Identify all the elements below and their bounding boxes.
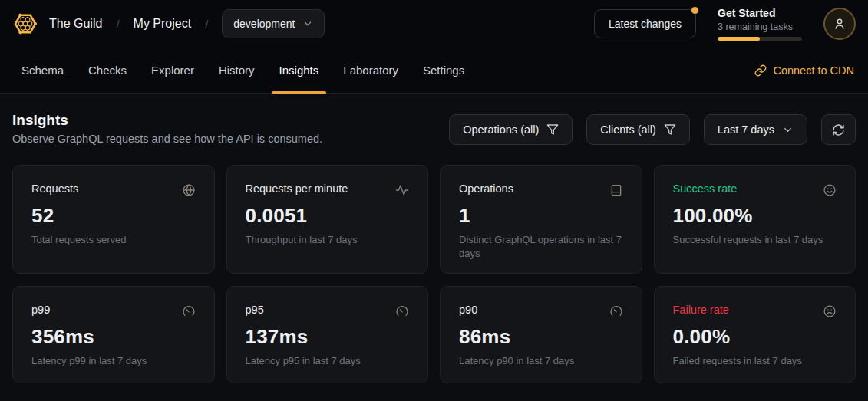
stat-card: p90 86ms Latency p90 in last 7 days: [440, 286, 642, 383]
tab-history[interactable]: History: [211, 48, 262, 93]
book-icon: [609, 183, 623, 197]
stat-card-value: 86ms: [459, 325, 623, 349]
filters-toolbar: Operations (all) Clients (all) Last 7 da…: [449, 112, 856, 145]
stat-card-description: Latency p90 in last 7 days: [459, 354, 623, 368]
gauge-icon: [609, 304, 623, 318]
get-started-widget[interactable]: Get Started 3 remaining tasks: [718, 7, 802, 41]
stat-card-value: 0.00%: [673, 325, 837, 349]
tab-schema[interactable]: Schema: [14, 48, 71, 93]
clients-filter-button[interactable]: Clients (all): [586, 114, 690, 145]
stat-card: Operations 1 Distinct GraphQL operations…: [440, 165, 642, 274]
period-filter-value: Last 7 days: [718, 123, 774, 136]
funnel-icon: [546, 123, 559, 136]
stat-card-title: Failure rate: [673, 304, 729, 316]
stat-card-title: p90: [459, 304, 477, 316]
target-selector-dropdown[interactable]: development: [222, 9, 325, 38]
stat-card-title: Operations: [459, 182, 513, 195]
stat-card-description: Successful requests in last 7 days: [673, 233, 837, 247]
latest-changes-button[interactable]: Latest changes: [594, 9, 696, 38]
notification-dot: [691, 7, 698, 14]
gauge-icon: [395, 304, 409, 318]
breadcrumb-separator: /: [202, 18, 211, 31]
main-nav: SchemaChecksExplorerHistoryInsightsLabor…: [0, 48, 868, 94]
link-icon: [754, 64, 767, 77]
stats-grid: Requests 52 Total requests served Reques…: [12, 165, 856, 383]
stat-card-title: Success rate: [673, 182, 738, 195]
insights-page: Insights Observe GraphQL requests and se…: [0, 94, 868, 383]
gauge-icon: [182, 304, 196, 318]
frown-icon: [823, 304, 837, 318]
tab-insights[interactable]: Insights: [272, 48, 327, 93]
breadcrumb-separator: /: [113, 18, 122, 31]
top-header: The Guild / My Project / development Lat…: [0, 0, 868, 48]
tab-checks[interactable]: Checks: [81, 48, 134, 93]
stat-card-value: 100.00%: [673, 204, 837, 228]
connect-to-cdn-label: Connect to CDN: [773, 64, 854, 77]
section-heading: Insights Observe GraphQL requests and se…: [12, 112, 322, 145]
breadcrumb-project[interactable]: My Project: [134, 17, 192, 31]
operations-filter-label: Operations (all): [463, 123, 539, 136]
breadcrumb-org[interactable]: The Guild: [49, 17, 102, 31]
stat-card: Success rate 100.00% Successful requests…: [654, 165, 856, 274]
stat-card-description: Latency p95 in last 7 days: [246, 354, 410, 368]
stat-card-title: Requests per minute: [246, 182, 348, 195]
stat-card-title: Requests: [31, 182, 78, 195]
stat-card-value: 356ms: [31, 325, 196, 349]
page-title: Insights: [12, 112, 322, 129]
smile-icon: [823, 183, 837, 197]
stat-card: Failure rate 0.00% Failed requests in la…: [654, 286, 856, 383]
get-started-progress-bar: [718, 37, 802, 41]
activity-icon: [395, 183, 409, 197]
tab-explorer[interactable]: Explorer: [144, 48, 202, 93]
connect-to-cdn-link[interactable]: Connect to CDN: [754, 48, 854, 93]
chevron-down-icon: [302, 18, 313, 29]
target-selector-value: development: [233, 18, 295, 30]
stat-card-title: p95: [246, 304, 264, 316]
get-started-title: Get Started: [718, 7, 802, 21]
latest-changes-label: Latest changes: [609, 18, 682, 30]
stat-card: p99 356ms Latency p99 in last 7 days: [12, 286, 215, 383]
stat-card: Requests per minute 0.0051 Throughput in…: [226, 165, 429, 274]
tab-settings[interactable]: Settings: [415, 48, 472, 93]
period-filter-dropdown[interactable]: Last 7 days: [704, 114, 807, 145]
refresh-icon: [832, 123, 845, 136]
stat-card-value: 137ms: [246, 325, 410, 349]
page-description: Observe GraphQL requests and see how the…: [12, 133, 322, 145]
stat-card-description: Throughput in last 7 days: [246, 233, 410, 247]
get-started-subtitle: 3 remaining tasks: [718, 21, 802, 32]
get-started-progress-fill: [718, 37, 760, 41]
stat-card-description: Latency p99 in last 7 days: [31, 354, 196, 368]
tabs: SchemaChecksExplorerHistoryInsightsLabor…: [14, 48, 472, 93]
user-avatar[interactable]: [823, 8, 856, 40]
person-icon: [833, 17, 847, 31]
stat-card-value: 1: [459, 204, 623, 228]
tab-laboratory[interactable]: Laboratory: [335, 48, 406, 93]
chevron-down-icon: [782, 124, 794, 136]
clients-filter-label: Clients (all): [600, 123, 656, 136]
stat-card-description: Total requests served: [31, 233, 196, 247]
globe-icon: [182, 183, 196, 197]
hive-logo-icon[interactable]: [12, 11, 38, 37]
refresh-button[interactable]: [821, 114, 856, 145]
operations-filter-button[interactable]: Operations (all): [449, 114, 573, 145]
stat-card: p95 137ms Latency p95 in last 7 days: [226, 286, 429, 383]
stat-card-description: Failed requests in last 7 days: [673, 354, 837, 368]
funnel-icon: [664, 123, 676, 136]
stat-card-value: 0.0051: [246, 204, 410, 228]
stat-card-value: 52: [31, 204, 196, 228]
stat-card: Requests 52 Total requests served: [12, 165, 215, 274]
stat-card-title: p99: [31, 304, 50, 316]
stat-card-description: Distinct GraphQL operations in last 7 da…: [459, 233, 623, 260]
